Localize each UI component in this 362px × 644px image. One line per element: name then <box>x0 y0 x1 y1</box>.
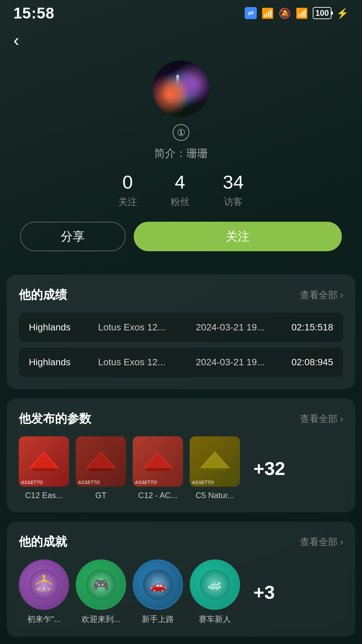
record-time-2: 02:08:945 <box>280 357 333 368</box>
record-car-2: Lotus Exos 12... <box>82 357 181 368</box>
charge-icon: ⚡ <box>336 7 349 19</box>
performance-card: 他的成绩 查看全部 › Highlands Lotus Exos 12... 2… <box>7 275 355 389</box>
svg-text:初来乍: 初来乍 <box>37 586 51 592</box>
stat-visitors: 34 访客 <box>223 171 244 208</box>
params-title: 他发布的参数 <box>19 411 91 427</box>
record-time-1: 02:15:518 <box>280 322 333 333</box>
param-item-4[interactable]: ASSETTO C5 Natur... <box>190 436 240 500</box>
following-count: 0 <box>122 171 133 193</box>
params-card-header: 他发布的参数 查看全部 › <box>19 411 343 427</box>
param-label-1: C12 Eas... <box>25 491 63 500</box>
svg-rect-2 <box>32 468 56 471</box>
achievement-label-2: 欢迎来到... <box>81 614 120 625</box>
achievements-title: 他的成就 <box>19 534 67 550</box>
avatar-image <box>153 60 209 117</box>
visitors-label: 访客 <box>224 196 243 208</box>
race-record[interactable]: Highlands Lotus Exos 12... 2024-03-21 19… <box>19 313 343 342</box>
svg-rect-11 <box>203 468 227 471</box>
svg-rect-8 <box>146 468 170 471</box>
mute-icon: 🔕 <box>279 7 291 19</box>
params-grid: ASSETTO C12 Eas... ASSETTO GT <box>19 436 343 500</box>
record-date-1: 2024-03-21 19... <box>181 322 280 333</box>
svg-marker-4 <box>87 453 114 468</box>
followers-count: 4 <box>175 171 185 193</box>
action-buttons: 分享 关注 <box>13 222 349 251</box>
stats-row: 0 关注 4 粉丝 34 访客 <box>13 171 349 208</box>
view-all-achievements[interactable]: 查看全部 › <box>300 536 343 548</box>
achievements-card-header: 他的成就 查看全部 › <box>19 534 343 550</box>
params-more-count: +32 <box>253 458 285 479</box>
svg-marker-7 <box>144 453 171 468</box>
stat-followers: 4 粉丝 <box>171 171 189 208</box>
wifi-icon: 📶 <box>296 7 308 19</box>
achievement-badge-4: 🏎 <box>190 559 240 610</box>
chevron-right-icon: › <box>340 290 343 301</box>
achievement-label-1: 初来乍"... <box>27 614 61 625</box>
share-button[interactable]: 分享 <box>20 222 126 251</box>
achievement-badge-2: 🎮 <box>76 559 126 610</box>
followers-label: 粉丝 <box>171 196 189 208</box>
view-all-performance[interactable]: 查看全部 › <box>300 289 343 302</box>
achievements-grid: 1 初来乍 初来乍"... 🎮 欢迎来到... <box>19 559 343 625</box>
param-label-4: C5 Natur... <box>196 491 234 500</box>
status-icons: ⇌ 📶 🔕 📶 100 ⚡ <box>245 7 349 19</box>
usb-icon: ⇌ <box>245 7 257 19</box>
param-thumbnail-4: ASSETTO <box>190 436 240 487</box>
achievement-item-3[interactable]: 🚗 新手上路 <box>133 559 183 625</box>
svg-marker-1 <box>31 453 57 468</box>
following-label: 关注 <box>118 196 137 208</box>
svg-text:🚗: 🚗 <box>150 578 166 593</box>
param-thumbnail-1: ASSETTO <box>19 436 69 487</box>
follow-button[interactable]: 关注 <box>134 222 342 251</box>
achievement-item-1[interactable]: 1 初来乍 初来乍"... <box>19 559 69 625</box>
param-thumbnail-3: ASSETTO <box>133 436 183 487</box>
param-item-2[interactable]: ASSETTO GT <box>76 436 126 500</box>
params-card: 他发布的参数 查看全部 › ASSETTO C12 Eas... <box>7 398 355 512</box>
achievement-badge-1: 1 初来乍 <box>19 559 69 610</box>
back-button[interactable]: ‹ <box>0 23 33 57</box>
status-time: 15:58 <box>13 4 55 22</box>
profile-bio: 简介：珊珊 <box>154 146 208 161</box>
param-label-2: GT <box>95 491 106 500</box>
achievements-card: 他的成就 查看全部 › 1 初来乍 初来乍"... <box>7 522 355 637</box>
achievement-item-2[interactable]: 🎮 欢迎来到... <box>76 559 126 625</box>
param-item-3[interactable]: ASSETTO C12 - AC... <box>133 436 183 500</box>
param-label-3: C12 - AC... <box>138 491 177 500</box>
record-track-2: Highlands <box>29 357 82 368</box>
achievement-item-4[interactable]: 🏎 赛车新人 <box>190 559 240 625</box>
race-record[interactable]: Highlands Lotus Exos 12... 2024-03-21 19… <box>19 347 343 377</box>
svg-text:🏎: 🏎 <box>208 578 221 592</box>
achievement-badge-3: 🚗 <box>133 559 183 610</box>
status-bar: 15:58 ⇌ 📶 🔕 📶 100 ⚡ <box>0 0 362 23</box>
chevron-right-icon: › <box>340 537 343 547</box>
param-item-1[interactable]: ASSETTO C12 Eas... <box>19 436 69 500</box>
svg-rect-5 <box>89 468 113 471</box>
visitors-count: 34 <box>223 171 244 193</box>
performance-title: 他的成绩 <box>19 287 67 303</box>
record-date-2: 2024-03-21 19... <box>181 357 280 368</box>
avatar <box>153 60 209 117</box>
performance-card-header: 他的成绩 查看全部 › <box>19 287 343 303</box>
battery-icon: 100 <box>313 7 331 19</box>
bluetooth-icon: 📶 <box>261 7 274 19</box>
view-all-params[interactable]: 查看全部 › <box>300 413 343 425</box>
record-car-1: Lotus Exos 12... <box>82 322 181 333</box>
chevron-right-icon: › <box>340 414 343 424</box>
stat-following: 0 关注 <box>118 171 137 208</box>
level-badge: ① <box>173 124 189 141</box>
svg-marker-10 <box>201 453 228 468</box>
achievements-more-count: +3 <box>253 581 275 603</box>
achievement-label-3: 新手上路 <box>142 614 174 625</box>
profile-section: ① 简介：珊珊 0 关注 4 粉丝 34 访客 分享 关注 <box>0 57 362 275</box>
svg-text:🎮: 🎮 <box>93 577 109 593</box>
param-thumbnail-2: ASSETTO <box>76 436 126 487</box>
achievement-label-4: 赛车新人 <box>199 614 231 625</box>
record-track-1: Highlands <box>29 322 82 333</box>
